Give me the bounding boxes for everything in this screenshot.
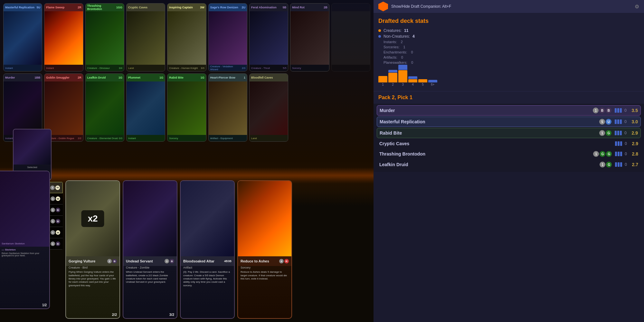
curve-label-3: 3: [402, 83, 404, 86]
card-mind-rot[interactable]: Mind Rot2B Sorcery: [290, 3, 329, 71]
deck-item-cost: 1 W: [50, 185, 60, 190]
pick-score-thrashing: 2.8: [629, 151, 638, 156]
bottom-card-bloodsoaked-altar[interactable]: Bloodsoaked Altar 4B3B Artifact {0}: Pay…: [180, 180, 235, 319]
skeleton-text: Return Sanitarium Skeleton from your gra…: [2, 252, 48, 257]
curve-4-orange: [408, 79, 417, 82]
pick-list: Murder 1 B B 0 3.5 Masterful Replication…: [374, 104, 644, 172]
creatures-dot: [378, 29, 381, 32]
game-area: Masterful Replication5U Instant Flame Sw…: [0, 0, 374, 322]
curve-2: 2: [388, 70, 397, 86]
pick-cost-rabid: 1 G: [599, 130, 611, 136]
card-name: Plummet: [128, 76, 140, 79]
planeswalkers-stat: Planeswalkers: 0: [384, 61, 639, 64]
undead-text: When Undead Servant enters the battlefie…: [123, 269, 177, 285]
card-thrashing-brontodon[interactable]: Thrashing Brontodon1GG Creature - Dinosa…: [85, 3, 124, 71]
enchantments-stat: Enchantments: 0: [384, 50, 639, 54]
pick-bar-leafkin: [615, 162, 622, 167]
skeleton-card-partial[interactable]: Sanitarium Skeleton — Skeleton Return Sa…: [0, 171, 50, 309]
sub-stats: Instants: 2 Sorceries: 1 Enchantments: 0…: [384, 40, 639, 64]
instants-label: Instants:: [384, 40, 397, 44]
pick-item-cryptic-caves[interactable]: Cryptic Caves 0 2.9: [377, 139, 641, 148]
pick-bar-thrashing: [615, 152, 622, 156]
card-inspiring-captain[interactable]: Inspiring Captain3W Creature - Human Kni…: [167, 3, 206, 71]
curve-5-orange: [418, 79, 427, 82]
card-name: Murder: [5, 76, 15, 79]
pick-cost-murder: 1 B B: [593, 108, 611, 113]
curve-label-4: 4: [412, 83, 414, 86]
deck-item-cost: 1 W: [51, 230, 60, 235]
deck-stats-heading: Drafted deck stats: [378, 18, 639, 24]
card-heart-piercer[interactable]: Heart-Piercer Bow1 Artifact - Equipment: [208, 73, 247, 142]
bottom-card-gorging-vulture[interactable]: x2 Gorging Vulture 2 B Creature - Bird F…: [65, 180, 120, 319]
undead-header: Undead Servant 3 B: [123, 256, 177, 266]
mana-1: 1: [51, 230, 55, 235]
companion-header: Show/Hide Draft Companion: Alt+F ⚙: [374, 0, 644, 13]
pick-name-cryptic: Cryptic Caves: [379, 141, 612, 146]
deck-item-cost: 1 B: [51, 208, 60, 212]
card-name: Cryptic Caves: [128, 6, 147, 9]
undead-type: Creature - Zombie: [123, 266, 177, 269]
mana-1: 1: [51, 219, 55, 223]
bottom-card-reduce-ashes[interactable]: Reduce to Ashes 4 R Sorcery Reduce to As…: [237, 180, 292, 319]
gorging-stats: 2/2: [112, 313, 117, 317]
card-name: Thrashing Brontodon: [87, 4, 116, 11]
card-bloodfell-caves[interactable]: Bloodfell Caves Land: [249, 73, 288, 142]
enchantments-label: Enchantments:: [384, 50, 407, 54]
artifacts-stat: Artifacts: 0: [384, 55, 639, 59]
selected-card-art: [14, 129, 51, 165]
card-sage-row-denizen[interactable]: Sage's Row Denizen2U Creature - Vedalken…: [208, 3, 247, 71]
enchantments-count: 0: [411, 50, 413, 54]
pick-item-thrashing[interactable]: Thrashing Brontodon 1 G G 0 2.8: [377, 149, 641, 159]
card-empty: [331, 3, 370, 71]
pick-item-murder[interactable]: Murder 1 B B 0 3.5: [377, 105, 641, 116]
pick-name-leafkin: Leafkin Druid: [379, 162, 600, 167]
mana-b: B: [56, 242, 60, 246]
curve-1: 1: [378, 76, 387, 86]
card-name: Feral Abomination: [251, 6, 277, 9]
reduce-cost: 4 R: [279, 259, 289, 263]
card-name: Sage's Row Denizen: [210, 6, 238, 9]
pick-cost-thrashing: 1 G G: [593, 151, 612, 157]
mana-w: W: [55, 185, 60, 190]
pick-cost-masterful: 5 U: [599, 119, 611, 125]
undead-cost: 3 B: [165, 259, 174, 263]
mana-w: W: [56, 196, 60, 201]
sorceries-count: 1: [403, 45, 405, 49]
pack-title: Pack 2, Pick 1: [378, 95, 412, 100]
curve-6: 6+: [428, 80, 437, 86]
svg-point-1: [382, 5, 384, 7]
artifacts-count: 0: [401, 55, 403, 59]
card-name: Rabid Bite: [169, 76, 184, 79]
bloodsoaked-art: [181, 181, 234, 256]
pick-item-rabid-bite[interactable]: Rabid Bite 1 G 0 2.9: [377, 128, 641, 138]
pick-name-thrashing: Thrashing Brontodon: [379, 151, 593, 156]
card-grid: Masterful Replication5U Instant Flame Sw…: [3, 3, 370, 142]
sorceries-label: Sorceries:: [384, 45, 400, 49]
reduce-header: Reduce to Ashes 4 R: [238, 256, 291, 266]
card-leafkin-druid[interactable]: Leafkin Druid1G Creature - Elemental Dru…: [85, 73, 124, 142]
pick-name-masterful: Masterful Replication: [380, 119, 599, 124]
pick-score-murder: 3.5: [628, 108, 638, 113]
card-masterful-replication[interactable]: Masterful Replication5U Instant: [3, 3, 42, 71]
gorging-type: Creature - Bird: [66, 266, 119, 269]
card-rabid-bite[interactable]: Rabid Bite1G Sorcery: [167, 73, 206, 142]
curve-2-blue: [388, 70, 397, 72]
pick-item-leafkin[interactable]: Leafkin Druid 1 G 0 2.7: [377, 160, 641, 169]
card-name: Heart-Piercer Bow: [210, 76, 235, 79]
card-feral-abomination[interactable]: Feral Abomination5B Creature - Thrull5/5: [249, 3, 288, 71]
settings-icon[interactable]: ⚙: [635, 4, 639, 10]
mana-w: W: [56, 230, 60, 235]
curve-4-blue: [408, 76, 417, 79]
instants-count: 2: [401, 40, 403, 44]
bottom-card-undead-servant[interactable]: Undead Servant 3 B Creature - Zombie Whe…: [123, 180, 177, 319]
skeleton-type: — Skeleton: [2, 248, 48, 251]
card-plummet[interactable]: Plummet1G Instant: [126, 73, 165, 142]
card-name: Mind Rot: [292, 6, 305, 9]
card-flame-sweep[interactable]: Flame Sweep2R Instant: [44, 3, 83, 71]
curve-label-2: 2: [392, 83, 394, 86]
pick-item-masterful[interactable]: Masterful Replication 5 U 0 3.0: [377, 117, 641, 127]
pick-name-rabid: Rabid Bite: [380, 130, 599, 136]
card-name: Inspiring Captain: [169, 6, 193, 9]
pick-bar-cryptic: [615, 141, 622, 146]
card-cryptic-caves[interactable]: Cryptic Caves Land: [126, 3, 165, 71]
